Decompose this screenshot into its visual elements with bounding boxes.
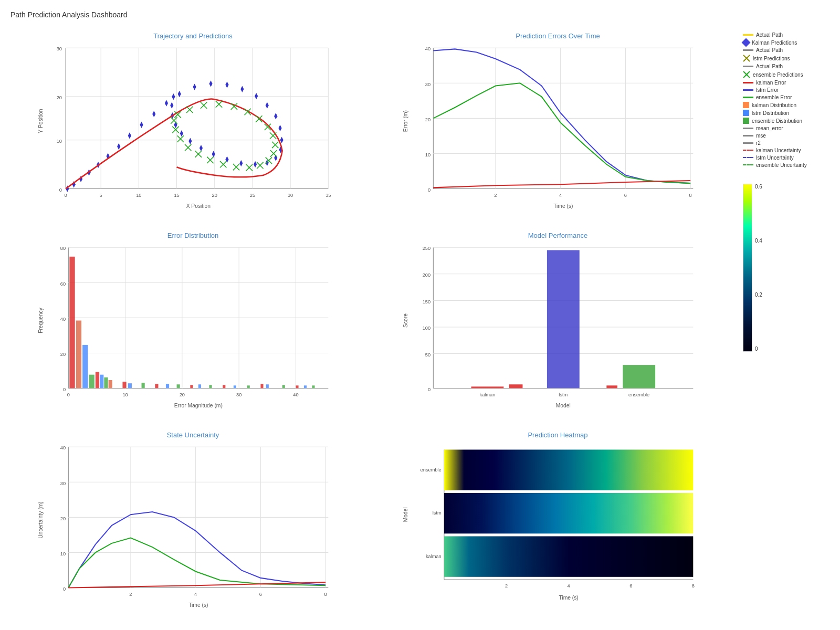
svg-text:10: 10 (122, 392, 128, 397)
svg-text:Uncertainty (m): Uncertainty (m) (38, 501, 44, 538)
svg-text:lstm: lstm (559, 392, 568, 397)
svg-text:10: 10 (425, 152, 430, 158)
legend-label-12: ensemble Distribution (752, 118, 802, 124)
svg-text:20: 20 (425, 117, 430, 122)
legend-label-13: mean_error (756, 125, 783, 131)
error-dist-chart: Error Distribution 0 (10, 226, 375, 426)
legend-item-8: lstm Error (743, 87, 807, 93)
svg-text:6: 6 (629, 583, 632, 589)
legend-item-10: kalman Distribution (743, 102, 807, 108)
trajectory-svg: 0 10 20 30 0 5 10 15 20 25 30 35 X P (18, 43, 368, 216)
svg-text:60: 60 (60, 281, 66, 287)
svg-marker-45 (278, 125, 281, 131)
svg-text:15: 15 (174, 193, 179, 198)
svg-rect-164 (166, 384, 169, 388)
svg-text:20: 20 (180, 392, 185, 397)
svg-text:150: 150 (423, 299, 430, 304)
svg-marker-43 (266, 102, 269, 108)
colorbar-labels: 0.6 0.4 0.2 0 (755, 184, 762, 352)
svg-rect-163 (155, 384, 158, 388)
svg-rect-200 (606, 385, 617, 388)
svg-text:10: 10 (60, 551, 66, 556)
svg-rect-196 (471, 386, 504, 388)
colorbar-label-top: 0.6 (755, 184, 762, 190)
svg-marker-54 (200, 145, 203, 151)
svg-text:25: 25 (250, 193, 255, 198)
svg-text:80: 80 (60, 246, 66, 251)
legend-item-12: ensemble Distribution (743, 118, 807, 124)
colorbar-label-bot: 0 (755, 346, 762, 352)
legend-item-4: lstm Predictions (743, 55, 807, 62)
svg-text:20: 20 (212, 193, 217, 198)
svg-text:lstm: lstm (433, 510, 442, 516)
svg-text:Error (m): Error (m) (403, 110, 408, 132)
colorbar-label-mid1: 0.4 (755, 238, 762, 244)
legend-item-1: Actual Path (743, 32, 807, 38)
svg-text:4: 4 (194, 592, 197, 597)
svg-rect-224 (444, 449, 693, 490)
svg-text:40: 40 (60, 317, 66, 322)
svg-text:50: 50 (425, 352, 430, 358)
svg-rect-165 (177, 384, 180, 388)
legend-item-2: Kalman Predictions (743, 39, 807, 46)
svg-text:8: 8 (689, 193, 692, 198)
svg-text:20: 20 (57, 95, 62, 100)
svg-text:8: 8 (324, 592, 327, 597)
colorbar (743, 184, 752, 352)
svg-text:6: 6 (259, 592, 262, 597)
legend-item-18: ensemble Uncertainty (743, 162, 807, 168)
svg-marker-37 (178, 91, 181, 97)
legend-label-1: Actual Path (756, 32, 783, 38)
svg-text:X Position: X Position (186, 203, 211, 209)
colorbar-wrapper: 0.6 0.4 0.2 0 (743, 184, 762, 352)
svg-rect-159 (109, 380, 112, 388)
svg-text:0: 0 (63, 586, 66, 592)
error-dist-svg: 0 20 40 60 80 0 10 20 30 40 Error Magnit… (18, 242, 368, 415)
svg-text:Time (s): Time (s) (559, 595, 578, 601)
svg-text:kalman: kalman (480, 392, 496, 397)
svg-rect-161 (128, 383, 132, 388)
legend-label-15: r2 (756, 140, 761, 146)
svg-text:0: 0 (67, 392, 70, 397)
svg-text:2: 2 (129, 592, 132, 597)
colorbar-label-mid2: 0.2 (755, 292, 762, 298)
svg-rect-154 (82, 345, 88, 388)
legend-item-9: ensemble Error (743, 94, 807, 100)
legend-item-14: mse (743, 133, 807, 139)
svg-text:8: 8 (692, 583, 695, 589)
svg-rect-166 (190, 385, 193, 388)
heatmap-chart: Prediction Heatmap (375, 426, 740, 625)
svg-text:30: 30 (60, 481, 66, 486)
svg-marker-42 (255, 93, 258, 99)
legend-label-7: kalman Error (756, 80, 786, 86)
svg-rect-158 (104, 377, 108, 388)
svg-rect-172 (260, 384, 263, 388)
svg-rect-153 (76, 321, 81, 388)
svg-marker-59 (170, 102, 173, 108)
legend-item-6: ensemble Predictions (743, 71, 807, 78)
legend-label-6: ensemble Predictions (753, 72, 803, 78)
legend-item-17: lstm Uncertainty (743, 155, 807, 161)
legend-label-8: lstm Error (756, 87, 779, 93)
charts-grid: Trajectory and Predictions (10, 27, 835, 625)
svg-marker-56 (180, 130, 183, 136)
svg-text:Time (s): Time (s) (188, 602, 208, 608)
error-dist-title: Error Distribution (18, 232, 368, 239)
error-dist-area: 0 20 40 60 80 0 10 20 30 40 Error Magnit… (18, 242, 368, 415)
svg-text:0: 0 (65, 193, 67, 198)
dashboard-title: Path Prediction Analysis Dashboard (10, 10, 835, 19)
svg-text:ensemble: ensemble (628, 392, 649, 397)
svg-text:40: 40 (425, 46, 430, 51)
legend-item-13: mean_error (743, 125, 807, 131)
svg-marker-46 (280, 136, 284, 143)
svg-marker-36 (165, 100, 168, 106)
svg-text:10: 10 (57, 139, 62, 144)
svg-text:2: 2 (505, 583, 508, 589)
legend-label-4: lstm Predictions (753, 56, 790, 61)
svg-text:20: 20 (60, 516, 66, 521)
svg-rect-199 (623, 365, 655, 388)
dashboard: Path Prediction Analysis Dashboard Traje… (0, 0, 840, 630)
svg-rect-160 (122, 382, 126, 388)
svg-rect-168 (209, 385, 212, 388)
legend-label-14: mse (756, 133, 766, 139)
